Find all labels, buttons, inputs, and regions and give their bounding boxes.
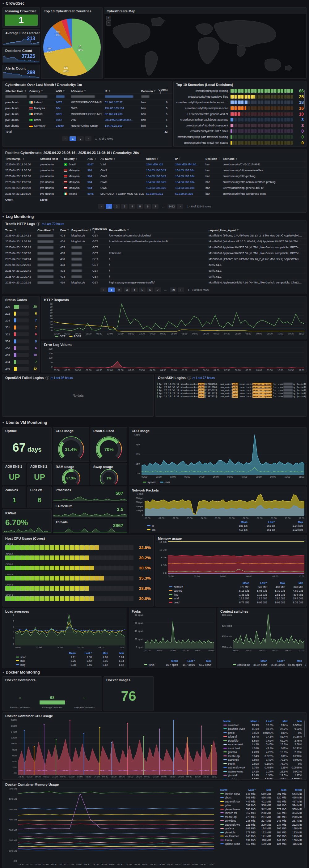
legend-column-header[interactable]: Mean — [250, 659, 267, 662]
legend-row[interactable]: authentik-server447 MiB401 MiB459 MiB437… — [219, 800, 302, 804]
legend-row[interactable]: traefik2.85%0.185%78.7%0% — [222, 762, 302, 766]
table-row[interactable]: 2025-04-23 10:31:04 403 GET / Mozilla/5.… — [3, 256, 306, 262]
legend-row[interactable]: vigilist-app2.07%0.122%6.54%0.0717% — [222, 777, 302, 780]
scenario-row[interactable]: crowdsecurity/http-bad-user-agent 3 — [174, 123, 306, 129]
ip-link[interactable]: 154.83.103.104 — [175, 169, 206, 172]
cpu-core-row[interactable]: CPU-1 32.5% — [3, 542, 153, 552]
subnet-link[interactable]: 52.160.0.0/11 — [146, 192, 175, 195]
column-header[interactable]: RequestHost — [71, 229, 92, 232]
ip-link[interactable]: 2804:d55:4f4f:6000:e... — [105, 118, 141, 122]
legend-column-header[interactable]: Mean — [231, 582, 249, 585]
legend-column-header[interactable]: Max — [285, 659, 302, 662]
log-line[interactable]: Apr 22 20:55:11 ubuntu-docker sshd[19352… — [155, 389, 306, 392]
chart-legend-table[interactable]: NameMean ↓Last *MaxMincrowdsec13.9%12.8%… — [222, 719, 302, 780]
chart-legend-table[interactable]: MeanLast *MaxMinforks16.7 ops/s14.7 ops/… — [143, 659, 213, 667]
legend-column-header[interactable]: Last * — [259, 720, 274, 723]
filter-icon[interactable] — [109, 90, 111, 92]
legend-column-header[interactable]: Mean ↓ — [245, 720, 259, 723]
docker-memory-chart[interactable]: 0 B100 MB200 MB300 MB400 MB500 MB600 MB7… — [5, 787, 214, 865]
table-row[interactable]: 2025-04-23 10:33:03 403 GET /robots.txt … — [3, 250, 306, 256]
page-button[interactable]: 2 — [114, 204, 120, 209]
asn-link[interactable]: 24940 — [56, 124, 71, 127]
scenario-row[interactable]: crowdsecurity/http-backdoors-attempts 3 — [174, 117, 306, 123]
page-button[interactable]: 1 — [69, 136, 76, 141]
legend-row[interactable]: ghost501 MiB466 MiB520 MiB498 MiB — [219, 796, 302, 800]
status-code-row[interactable]: 301 7 — [3, 324, 39, 331]
page-button[interactable]: ‹ — [62, 136, 68, 141]
legend-row[interactable]: uptime-kuma2.42%1.27%23.6%0.903% — [222, 770, 302, 774]
status-code-row[interactable]: 404 7 — [3, 359, 39, 365]
legend-column-header[interactable]: Max — [267, 582, 285, 585]
filter-icon[interactable] — [84, 90, 86, 92]
legend-row[interactable]: ghost-db2.14%1.38%19.3%1.17% — [222, 773, 302, 777]
page-button[interactable]: 3 — [124, 287, 130, 292]
legend-column-header[interactable]: Mean — [286, 788, 302, 791]
time-range-tag[interactable]: ◷ Last 72 hours — [192, 376, 215, 380]
column-header[interactable]: Country — [64, 157, 88, 160]
page-button[interactable]: 7 — [152, 204, 158, 209]
legend-row[interactable]: mealie-api3.94%0.326%101%0.270% — [222, 754, 302, 758]
page-button[interactable]: … — [160, 204, 166, 209]
filter-icon[interactable] — [154, 90, 156, 92]
column-header[interactable]: IP — [105, 90, 141, 93]
column-header[interactable]: request_User_Agent — [209, 229, 304, 232]
page-button[interactable]: 1 — [108, 287, 115, 292]
page-button[interactable]: 7 — [154, 287, 161, 292]
chart-legend[interactable]: GETPOST — [55, 335, 81, 338]
legend-row[interactable]: context switches38.3K ops/s35.3K ops/s60… — [231, 663, 304, 667]
context-switches-chart[interactable]: 30K ops/s40K ops/s50K ops/s60K ops/s00:0… — [220, 614, 304, 651]
legend-row[interactable]: in586 p/s566 p/s1.24 kp/s — [146, 524, 303, 528]
time-range-tag[interactable]: ◷ Last 72 hours — [42, 222, 64, 226]
page-button[interactable]: › — [85, 136, 91, 141]
log-line[interactable]: Apr 22 20:17:39 ubuntu-docker sshd[18970… — [155, 395, 306, 398]
legend-column-header[interactable]: Max — [274, 720, 288, 723]
ip-link[interactable]: 52.164.187.37 — [105, 101, 141, 104]
filter-icon[interactable] — [127, 229, 129, 231]
legend-row[interactable]: buffered376 MiB349 MiB408 MiB348 MiB — [168, 585, 303, 589]
chart-legend-table[interactable]: NameLast *MinMaxMeanimmich-server648 MiB… — [219, 788, 302, 846]
page-button[interactable]: 2 — [77, 136, 84, 141]
legend-column-header[interactable]: Min — [255, 788, 271, 791]
filter-icon[interactable] — [218, 158, 220, 160]
legend-row[interactable]: mealie-api273 MiB261 MiB280 MiB270 MiB — [219, 815, 302, 819]
legend-row[interactable]: cached5.13 GiB5.08 GiB5.39 GiB4.89 GiB — [168, 589, 303, 593]
network-packets-chart[interactable]: 0200 p/s400 p/s600 p/s800 p/s1 kp/s00:00… — [131, 492, 304, 519]
legend-row[interactable]: plausible5.85%3.62%62.2%2.75% — [222, 739, 302, 743]
legend-column-header[interactable]: Last * — [267, 659, 285, 662]
legend-row[interactable]: plausible-events-db356 MiB342 MiB377 MiB… — [219, 807, 302, 811]
cpu-core-row[interactable]: CPU-6 30.8% — [3, 593, 153, 603]
filter-icon[interactable] — [94, 158, 96, 160]
asn-link[interactable]: 8075 — [56, 113, 71, 116]
subnet-link[interactable]: 2804:d50::/28 — [146, 163, 175, 166]
legend-row[interactable]: grafana189 MiB174 MiB203 MiB188 MiB — [219, 827, 302, 831]
filter-icon[interactable] — [41, 90, 43, 92]
status-code-row[interactable]: 200 30 — [3, 303, 39, 310]
ip-link[interactable]: 154.83.103.104 — [175, 181, 206, 184]
table-row[interactable]: pve-ubuntu Ireland 8075 MICROSOFT-CORP-M… — [3, 99, 172, 105]
page-button[interactable]: ‹ — [98, 204, 104, 209]
forks-chart[interactable]: 0 ops/s20 ops/s40 ops/s60 ops/s80 ops/s0… — [131, 614, 214, 651]
ip-link[interactable]: 2804:d55:4f4f:60... — [175, 163, 206, 166]
legend-row[interactable]: vaultwarden148 MiB141 MiB156 MiB149 MiB — [219, 834, 302, 838]
page-button[interactable]: › — [177, 204, 183, 209]
filter-icon[interactable] — [59, 158, 61, 160]
table-row[interactable]: 2025-04-23 10:33:24 403 GET / Mozilla/5.… — [3, 244, 306, 250]
legend-column-header[interactable]: Mean — [220, 521, 248, 524]
page-button[interactable]: 5 — [136, 204, 143, 209]
column-header[interactable]: Scenario — [223, 157, 304, 160]
legend-row[interactable]: plausible171 MiB162 MiB184 MiB173 MiB — [219, 831, 302, 835]
scenario-row[interactable]: crowdsecurity/http-admin-interface-probi… — [174, 99, 306, 105]
cpu-core-row[interactable]: CPU-4 35.3% — [3, 572, 153, 583]
legend-row[interactable]: ghost9.55%0.0199%189%0% — [222, 731, 302, 735]
asn-link[interactable]: 984 — [88, 175, 100, 178]
legend-row[interactable]: immich-ml4.28%45.4%107%0.292% — [222, 746, 302, 750]
legend-row[interactable]: plausible-events-db11.6%10.7%27.2%9.52% — [222, 727, 302, 731]
legend-column-header[interactable]: Last * — [249, 582, 267, 585]
legend-column-header[interactable]: Last * — [76, 652, 92, 655]
status-code-row[interactable]: 304 9 — [3, 338, 39, 345]
legend-item[interactable]: system — [143, 481, 156, 484]
legend-row[interactable]: authentik-worker221 MiB209 MiB237 MiB222… — [219, 823, 302, 827]
page-button[interactable]: 89 — [170, 287, 177, 292]
legend-row[interactable]: mid2.262.423.551.34 — [14, 659, 124, 663]
legend-row[interactable]: gitea392 MiB388 MiB401 MiB394 MiB — [219, 803, 302, 807]
